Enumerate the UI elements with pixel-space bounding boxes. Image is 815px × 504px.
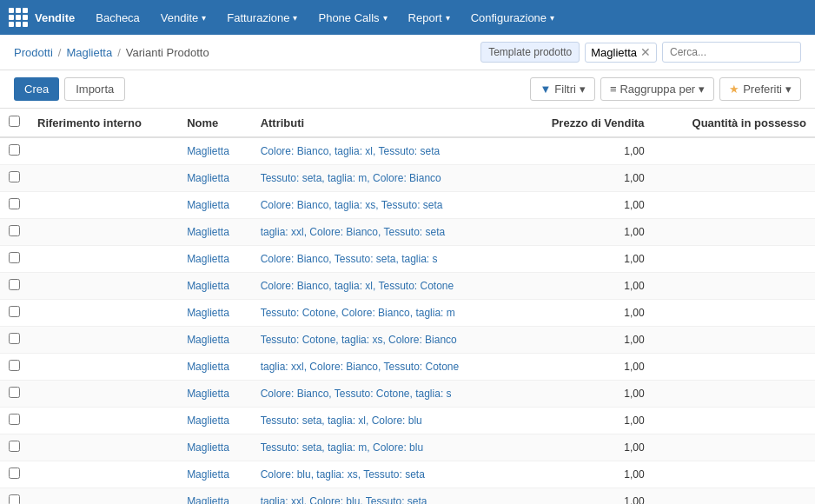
table-row: Maglietta Tessuto: Cotone, taglia: xs, C… (0, 327, 815, 354)
breadcrumb-maglietta[interactable]: Maglietta (66, 46, 112, 59)
row-attributi: Colore: Bianco, taglia: xs, Tessuto: set… (252, 192, 518, 219)
row-prezzo: 1,00 (517, 246, 653, 273)
row-attributi: Colore: Bianco, taglia: xl, Tessuto: Cot… (252, 273, 518, 300)
row-prezzo: 1,00 (517, 408, 653, 434)
row-ref (29, 192, 178, 219)
favorites-label: Preferiti (743, 83, 782, 96)
chevron-down-icon: ▾ (580, 83, 586, 96)
row-checkbox[interactable] (9, 360, 20, 371)
col-attributi: Attributi (252, 109, 518, 137)
row-checkbox-cell (0, 219, 29, 246)
navbar: Vendite Bacheca Vendite ▾ Fatturazione ▾… (0, 0, 815, 35)
products-table: Riferimento interno Nome Attributi Prezz… (0, 109, 815, 504)
action-left: Crea Importa (14, 77, 125, 101)
row-checkbox[interactable] (9, 252, 20, 263)
nav-fatturazione[interactable]: Fatturazione ▾ (218, 0, 306, 35)
row-nome[interactable]: Maglietta (178, 434, 252, 461)
row-attributi: Colore: Bianco, Tessuto: Cotone, taglia:… (252, 381, 518, 408)
row-attributi: Tessuto: Cotone, taglia: xs, Colore: Bia… (252, 327, 518, 354)
row-ref (29, 461, 178, 488)
select-all-checkbox[interactable] (9, 116, 20, 127)
row-quantita (653, 461, 815, 488)
row-checkbox[interactable] (9, 333, 20, 344)
row-nome[interactable]: Maglietta (178, 165, 252, 192)
chevron-down-icon: ▾ (383, 13, 388, 23)
row-nome[interactable]: Maglietta (178, 300, 252, 327)
nav-bacheca[interactable]: Bacheca (87, 0, 149, 35)
col-prezzo: Prezzo di Vendita (517, 109, 653, 137)
table-header: Riferimento interno Nome Attributi Prezz… (0, 109, 815, 137)
row-checkbox[interactable] (9, 306, 20, 317)
row-prezzo: 1,00 (517, 300, 653, 327)
row-checkbox[interactable] (9, 279, 20, 290)
row-attributi: Tessuto: Cotone, Colore: Bianco, taglia:… (252, 300, 518, 327)
filters-label: Filtri (554, 83, 576, 96)
row-quantita (653, 381, 815, 408)
action-right: ▼ Filtri ▾ ≡ Raggruppa per ▾ ★ Preferiti… (530, 77, 801, 101)
row-ref (29, 246, 178, 273)
table-row: Maglietta Colore: Bianco, taglia: xl, Te… (0, 273, 815, 300)
breadcrumb-sep-2: / (117, 46, 121, 59)
row-nome[interactable]: Maglietta (178, 354, 252, 381)
row-attributi: Tessuto: seta, taglia: m, Colore: blu (252, 434, 518, 461)
table-row: Maglietta taglia: xxl, Colore: Bianco, T… (0, 219, 815, 246)
row-attributi: Colore: Bianco, Tessuto: seta, taglia: s (252, 246, 518, 273)
row-checkbox[interactable] (9, 144, 20, 156)
row-nome[interactable]: Maglietta (178, 273, 252, 300)
filters-button[interactable]: ▼ Filtri ▾ (530, 77, 594, 101)
create-button[interactable]: Crea (14, 77, 59, 101)
nav-vendite[interactable]: Vendite ▾ (152, 0, 215, 35)
row-ref (29, 434, 178, 461)
brand[interactable]: Vendite (9, 8, 75, 27)
table-row: Maglietta Colore: Bianco, Tessuto: seta,… (0, 246, 815, 273)
breadcrumb-prodotti[interactable]: Prodotti (14, 46, 53, 59)
row-checkbox[interactable] (9, 198, 20, 209)
chevron-down-icon: ▾ (446, 13, 450, 23)
row-nome[interactable]: Maglietta (178, 219, 252, 246)
row-checkbox-cell (0, 192, 29, 219)
row-ref (29, 488, 178, 505)
row-checkbox[interactable] (9, 225, 20, 236)
breadcrumb-right: Template prodotto Maglietta ✕ (480, 42, 801, 63)
chevron-down-icon: ▾ (699, 83, 705, 96)
row-nome[interactable]: Maglietta (178, 137, 252, 165)
row-quantita (653, 327, 815, 354)
row-prezzo: 1,00 (517, 488, 653, 505)
row-checkbox[interactable] (9, 468, 20, 479)
nav-report[interactable]: Report ▾ (400, 0, 459, 35)
row-attributi: Colore: Bianco, taglia: xl, Tessuto: set… (252, 137, 518, 165)
favorites-button[interactable]: ★ Preferiti ▾ (719, 77, 801, 101)
table-row: Maglietta Tessuto: Cotone, Colore: Bianc… (0, 300, 815, 327)
row-checkbox[interactable] (9, 494, 20, 504)
row-quantita (653, 408, 815, 434)
row-nome[interactable]: Maglietta (178, 408, 252, 434)
filter-tag-close-icon[interactable]: ✕ (640, 46, 651, 58)
search-input[interactable] (662, 42, 801, 63)
row-checkbox[interactable] (9, 441, 20, 452)
table-row: Maglietta taglia: xxl, Colore: blu, Tess… (0, 488, 815, 505)
row-prezzo: 1,00 (517, 165, 653, 192)
row-nome[interactable]: Maglietta (178, 488, 252, 505)
col-nome: Nome (178, 109, 252, 137)
row-checkbox[interactable] (9, 387, 20, 398)
row-prezzo: 1,00 (517, 137, 653, 165)
row-nome[interactable]: Maglietta (178, 192, 252, 219)
row-prezzo: 1,00 (517, 327, 653, 354)
filter-tag-value: Maglietta (591, 46, 637, 59)
group-by-button[interactable]: ≡ Raggruppa per ▾ (600, 77, 714, 101)
row-nome[interactable]: Maglietta (178, 327, 252, 354)
nav-configurazione[interactable]: Configurazione ▾ (462, 0, 563, 35)
row-checkbox[interactable] (9, 171, 20, 182)
row-checkbox[interactable] (9, 414, 20, 425)
import-button[interactable]: Importa (64, 77, 125, 101)
row-quantita (653, 434, 815, 461)
row-nome[interactable]: Maglietta (178, 381, 252, 408)
row-nome[interactable]: Maglietta (178, 246, 252, 273)
chevron-down-icon: ▾ (293, 13, 297, 23)
nav-phone-calls[interactable]: Phone Calls ▾ (309, 0, 395, 35)
breadcrumb-area: Prodotti / Maglietta / Varianti Prodotto… (0, 35, 815, 70)
row-nome[interactable]: Maglietta (178, 461, 252, 488)
row-checkbox-cell (0, 327, 29, 354)
row-prezzo: 1,00 (517, 273, 653, 300)
row-quantita (653, 488, 815, 505)
